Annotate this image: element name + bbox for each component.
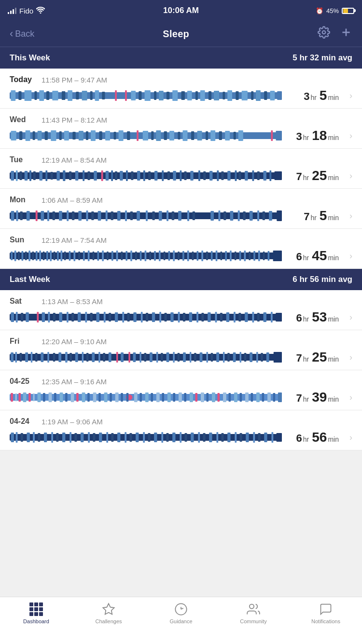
svg-rect-21 bbox=[139, 91, 141, 100]
svg-rect-44 bbox=[19, 131, 22, 140]
svg-rect-177 bbox=[39, 251, 41, 261]
back-chevron-icon: ‹ bbox=[10, 28, 13, 40]
tab-notifications-label: Notifications bbox=[311, 618, 340, 624]
svg-rect-163 bbox=[250, 211, 253, 221]
sleep-entry-0425[interactable]: 04-25 12:35 AM – 9:16 AM bbox=[0, 370, 362, 410]
svg-rect-189 bbox=[88, 251, 90, 261]
svg-rect-222 bbox=[244, 251, 246, 261]
svg-rect-310 bbox=[206, 352, 208, 363]
svg-rect-178 bbox=[43, 252, 45, 260]
svg-rect-153 bbox=[172, 211, 174, 220]
svg-rect-43 bbox=[11, 131, 16, 140]
gear-icon[interactable] bbox=[318, 26, 330, 42]
svg-rect-20 bbox=[131, 91, 136, 100]
svg-rect-265 bbox=[226, 312, 229, 322]
svg-rect-386 bbox=[70, 432, 71, 443]
svg-rect-123 bbox=[257, 171, 260, 180]
tab-guidance[interactable]: Guidance bbox=[145, 602, 217, 624]
svg-rect-217 bbox=[220, 252, 222, 260]
entry-day: Tue bbox=[10, 155, 35, 164]
entry-day: Sat bbox=[10, 297, 35, 306]
svg-rect-227 bbox=[268, 251, 270, 261]
sleep-bar bbox=[10, 90, 282, 101]
svg-rect-314 bbox=[227, 353, 230, 362]
last-week-header: Last Week 6 hr 56 min avg bbox=[0, 269, 362, 290]
svg-rect-4 bbox=[11, 90, 15, 101]
svg-rect-308 bbox=[194, 353, 196, 362]
last-week-avg: 6 hr 56 min avg bbox=[292, 275, 352, 284]
tab-dashboard[interactable]: Dashboard bbox=[0, 602, 72, 624]
svg-point-0 bbox=[322, 31, 326, 34]
svg-rect-191 bbox=[97, 251, 99, 261]
svg-rect-35 bbox=[236, 91, 238, 100]
svg-rect-152 bbox=[167, 210, 168, 221]
svg-rect-51 bbox=[64, 131, 69, 140]
svg-rect-397 bbox=[136, 433, 139, 442]
svg-rect-159 bbox=[223, 211, 226, 220]
svg-rect-379 bbox=[27, 433, 29, 442]
svg-rect-63 bbox=[151, 131, 153, 140]
back-button[interactable]: ‹ Back bbox=[10, 28, 34, 40]
svg-rect-336 bbox=[71, 392, 74, 402]
svg-rect-377 bbox=[16, 432, 18, 443]
svg-rect-119 bbox=[235, 170, 237, 181]
svg-rect-368 bbox=[245, 392, 249, 402]
svg-rect-280 bbox=[35, 353, 38, 362]
tab-guidance-label: Guidance bbox=[169, 618, 192, 624]
svg-rect-407 bbox=[198, 432, 200, 443]
svg-rect-300 bbox=[150, 352, 153, 362]
sleep-bar bbox=[10, 392, 282, 403]
svg-rect-276 bbox=[15, 352, 17, 363]
svg-rect-330 bbox=[38, 392, 41, 402]
sleep-entry-sat[interactable]: Sat 1:13 AM – 8:53 AM bbox=[0, 290, 362, 330]
svg-rect-401 bbox=[161, 432, 163, 443]
svg-rect-161 bbox=[238, 210, 240, 221]
sleep-entry-mon[interactable]: Mon 1:06 AM – 8:59 AM bbox=[0, 189, 362, 229]
sleep-entry-tue[interactable]: Tue 12:19 AM – 8:54 AM bbox=[0, 149, 362, 189]
svg-rect-109 bbox=[173, 171, 176, 181]
svg-rect-47 bbox=[38, 131, 42, 140]
svg-rect-277 bbox=[20, 353, 22, 362]
duration-display: 6 hr 56 min bbox=[288, 430, 341, 445]
tab-challenges[interactable]: Challenges bbox=[72, 602, 145, 624]
sleep-entry-wed[interactable]: Wed 11:43 PM – 8:12 AM bbox=[0, 109, 362, 149]
svg-marker-421 bbox=[103, 603, 114, 614]
svg-rect-128 bbox=[11, 211, 14, 221]
svg-rect-72 bbox=[210, 130, 215, 141]
svg-rect-136 bbox=[59, 211, 62, 221]
entry-time: 12:20 AM – 9:10 AM bbox=[42, 337, 107, 346]
svg-rect-420 bbox=[277, 433, 282, 442]
svg-rect-158 bbox=[218, 210, 220, 221]
svg-rect-285 bbox=[65, 352, 68, 363]
svg-rect-356 bbox=[179, 392, 182, 402]
svg-rect-186 bbox=[73, 251, 75, 261]
tab-community[interactable]: Community bbox=[217, 602, 290, 624]
svg-rect-110 bbox=[180, 170, 182, 181]
svg-rect-60 bbox=[127, 131, 130, 140]
svg-rect-106 bbox=[154, 171, 157, 181]
svg-rect-260 bbox=[196, 312, 198, 322]
add-icon[interactable] bbox=[340, 26, 352, 42]
sleep-entry-0424[interactable]: 04-24 1:19 AM – 9:06 AM bbox=[0, 410, 362, 450]
svg-rect-215 bbox=[211, 251, 213, 261]
svg-rect-326 bbox=[18, 393, 21, 402]
svg-rect-25 bbox=[167, 92, 169, 99]
svg-rect-313 bbox=[223, 352, 224, 363]
svg-rect-400 bbox=[154, 433, 157, 442]
svg-rect-264 bbox=[220, 313, 223, 322]
sleep-entry-sun[interactable]: Sun 12:19 AM – 7:54 AM bbox=[0, 229, 362, 269]
svg-rect-408 bbox=[203, 433, 206, 442]
tab-notifications[interactable]: Notifications bbox=[290, 602, 362, 624]
sleep-entry-fri[interactable]: Fri 12:20 AM – 9:10 AM bbox=[0, 330, 362, 370]
svg-rect-85 bbox=[33, 171, 36, 180]
svg-rect-365 bbox=[229, 393, 231, 402]
guidance-icon bbox=[174, 602, 188, 616]
svg-rect-402 bbox=[166, 433, 168, 442]
sleep-bar bbox=[10, 210, 282, 221]
svg-rect-245 bbox=[104, 312, 106, 322]
svg-rect-373 bbox=[273, 393, 276, 402]
svg-rect-170 bbox=[14, 251, 16, 261]
sleep-entry-today[interactable]: Today 11:58 PM – 9:47 AM bbox=[0, 69, 362, 109]
svg-rect-419 bbox=[271, 432, 273, 443]
svg-rect-223 bbox=[249, 252, 251, 260]
